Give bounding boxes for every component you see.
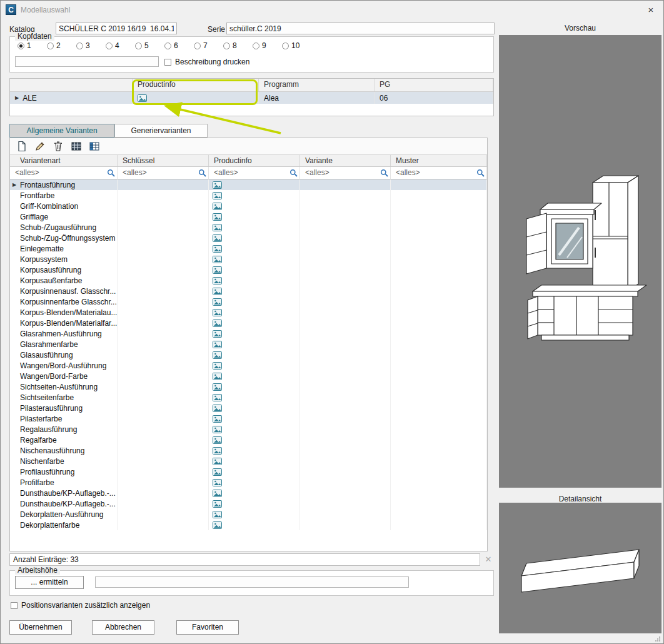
table-row[interactable]: Profilausführung: [10, 466, 487, 477]
table-row[interactable]: Korpussystem: [10, 254, 487, 264]
table-row[interactable]: Nischenausführung: [10, 445, 487, 456]
table-row[interactable]: Wangen/Bord-Farbe: [10, 371, 487, 381]
productinfo-cell[interactable]: [209, 456, 300, 466]
productinfo-cell[interactable]: [209, 520, 300, 530]
table-row[interactable]: Dekorplatten-Ausführung: [10, 509, 487, 520]
clear-filter-icon[interactable]: ✕: [483, 554, 494, 565]
productinfo-cell[interactable]: [209, 296, 300, 307]
kopfdaten-radio-4[interactable]: 4: [106, 41, 128, 50]
productinfo-cell[interactable]: [209, 211, 300, 222]
table-row[interactable]: Schub-/Zug-Öffnungssystem: [10, 233, 487, 243]
search-icon[interactable]: [198, 169, 206, 177]
kopfdaten-radio-2[interactable]: 2: [47, 41, 69, 50]
kopfdaten-radio-7[interactable]: 7: [194, 41, 216, 50]
table-row[interactable]: Dekorplattenfarbe: [10, 520, 487, 530]
filter-schluessel[interactable]: <alles>: [118, 167, 209, 179]
table-row[interactable]: Korpus-Blenden/Materialfar...: [10, 318, 487, 328]
productinfo-cell[interactable]: [209, 307, 300, 318]
table-row[interactable]: Pilasterfarbe: [10, 413, 487, 424]
productinfo-cell[interactable]: [209, 488, 300, 498]
table-row[interactable]: Wangen/Bord-Ausführung: [10, 360, 487, 371]
grid-view-button[interactable]: [69, 140, 83, 153]
table-row[interactable]: Einlegematte: [10, 243, 487, 254]
kopfdaten-radio-3[interactable]: 3: [76, 41, 98, 50]
table-row[interactable]: Korpusinnenfarbe Glasschr...: [10, 296, 487, 307]
productinfo-cell[interactable]: [209, 381, 300, 392]
productinfo-cell[interactable]: [209, 360, 300, 371]
table-row[interactable]: Sichtseiten-Ausführung: [10, 381, 487, 392]
table-row[interactable]: Korpusausführung: [10, 264, 487, 275]
table-row[interactable]: Regalausführung: [10, 424, 487, 435]
productinfo-cell[interactable]: [209, 413, 300, 424]
filter-variantenart[interactable]: <alles>: [10, 167, 118, 179]
table-row[interactable]: Glasrahmen-Ausführung: [10, 328, 487, 339]
table-row[interactable]: Glasausführung: [10, 350, 487, 360]
productinfo-cell[interactable]: [209, 233, 300, 243]
kopfdaten-input[interactable]: [15, 56, 159, 67]
table-row[interactable]: Dunsthaube/KP-Auflageb.-...: [10, 498, 487, 509]
close-button[interactable]: ×: [645, 4, 657, 16]
productinfo-cell[interactable]: [209, 254, 300, 264]
kopfdaten-radio-1[interactable]: 1: [18, 41, 39, 50]
detail-table-view-button[interactable]: [88, 140, 101, 153]
table-row[interactable]: Griff-Kombination: [10, 201, 487, 211]
productinfo-cell[interactable]: [209, 445, 300, 456]
positionsvarianten-checkbox[interactable]: Positionsvarianten zusätzlich anzeigen: [11, 601, 150, 610]
productinfo-cell[interactable]: [209, 190, 300, 201]
filter-muster[interactable]: <alles>: [391, 167, 487, 179]
table-row[interactable]: Korpus-Blenden/Materialau...: [10, 307, 487, 318]
tab-generiervarianten[interactable]: Generiervarianten: [114, 124, 208, 138]
productinfo-cell[interactable]: [209, 275, 300, 286]
productinfo-cell[interactable]: [209, 466, 300, 477]
table-row[interactable]: ▶ Frontausführung: [10, 179, 487, 190]
productinfo-cell[interactable]: [209, 403, 300, 413]
edit-button[interactable]: [33, 140, 47, 153]
productinfo-cell[interactable]: [209, 498, 300, 509]
serie-field[interactable]: [226, 23, 495, 34]
productinfo-cell[interactable]: [209, 222, 300, 233]
search-icon[interactable]: [107, 169, 115, 177]
katalog-field[interactable]: [56, 23, 177, 34]
productinfo-cell[interactable]: [209, 328, 300, 339]
abbrechen-button[interactable]: Abbrechen: [92, 620, 154, 635]
table-row[interactable]: Glasrahmenfarbe: [10, 339, 487, 350]
kopfdaten-radio-5[interactable]: 5: [135, 41, 157, 50]
model-productinfo-cell[interactable]: [133, 92, 259, 104]
table-row[interactable]: Grifflage: [10, 211, 487, 222]
productinfo-cell[interactable]: [209, 318, 300, 328]
table-row[interactable]: Nischenfarbe: [10, 456, 487, 466]
productinfo-cell[interactable]: [209, 424, 300, 435]
kopfdaten-radio-10[interactable]: 10: [282, 41, 304, 50]
productinfo-cell[interactable]: [209, 477, 300, 488]
productinfo-cell[interactable]: [209, 435, 300, 445]
search-icon[interactable]: [380, 169, 388, 177]
model-row-ale[interactable]: ▶ ALE Alea 06: [10, 92, 493, 104]
uebernehmen-button[interactable]: Übernehmen: [9, 620, 72, 635]
productinfo-cell[interactable]: [209, 392, 300, 403]
table-row[interactable]: Korpusaußenfarbe: [10, 275, 487, 286]
productinfo-cell[interactable]: [209, 339, 300, 350]
productinfo-cell[interactable]: [209, 509, 300, 520]
search-icon[interactable]: [476, 169, 485, 177]
beschreibung-drucken-checkbox[interactable]: Beschreibung drucken: [164, 58, 249, 66]
productinfo-cell[interactable]: [209, 350, 300, 360]
tab-allgemeine-varianten[interactable]: Allgemeine Varianten: [9, 124, 114, 138]
filter-variante[interactable]: <alles>: [300, 167, 391, 179]
productinfo-cell[interactable]: [209, 243, 300, 254]
new-button[interactable]: [15, 140, 29, 153]
kopfdaten-radio-8[interactable]: 8: [223, 41, 245, 50]
table-row[interactable]: Schub-/Zugausführung: [10, 222, 487, 233]
search-icon[interactable]: [289, 169, 298, 177]
arbeitshoehe-input[interactable]: [95, 576, 409, 588]
kopfdaten-radio-6[interactable]: 6: [164, 41, 186, 50]
table-row[interactable]: Pilasterausführung: [10, 403, 487, 413]
resize-grip[interactable]: [655, 636, 661, 642]
favoriten-button[interactable]: Favoriten: [176, 620, 239, 635]
table-row[interactable]: Dunsthaube/KP-Auflageb.-...: [10, 488, 487, 498]
table-row[interactable]: Korpusinnenausf. Glasschr...: [10, 286, 487, 296]
delete-button[interactable]: [51, 140, 65, 153]
ermitteln-button[interactable]: ... ermitteln: [15, 576, 84, 589]
table-row[interactable]: Profilfarbe: [10, 477, 487, 488]
productinfo-cell[interactable]: [209, 371, 300, 381]
table-row[interactable]: Sichtseitenfarbe: [10, 392, 487, 403]
